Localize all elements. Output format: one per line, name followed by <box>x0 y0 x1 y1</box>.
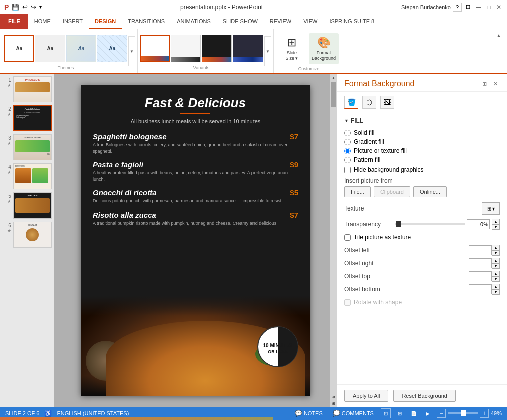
tab-file[interactable]: FILE <box>0 14 28 29</box>
tab-review[interactable]: REVIEW <box>264 14 297 29</box>
radio-gradient-fill[interactable]: Gradient fill <box>344 138 500 145</box>
tab-home[interactable]: HOME <box>28 14 57 29</box>
radio-picture-fill[interactable]: Picture or texture fill <box>344 147 500 154</box>
offset-right-down[interactable]: ▼ <box>492 263 500 269</box>
hide-bg-graphics-item[interactable]: Hide background graphics <box>344 166 500 173</box>
slide-thumb-6[interactable]: CONTACT <box>13 222 52 248</box>
save-icon[interactable]: 💾 <box>12 4 19 11</box>
variant-item-4[interactable] <box>233 35 263 62</box>
offset-bottom-down[interactable]: ▼ <box>492 289 500 295</box>
normal-view-btn[interactable]: ⊡ <box>381 408 391 418</box>
zoom-slider-thumb[interactable] <box>461 410 466 416</box>
close-btn[interactable]: ✕ <box>495 3 503 11</box>
slide-item-5[interactable]: 5 ★ SPECIALS <box>2 192 52 219</box>
hide-bg-checkbox[interactable] <box>344 167 351 173</box>
tile-picture-checkbox[interactable] <box>344 234 351 241</box>
apply-to-all-btn[interactable]: Apply to All <box>344 390 388 402</box>
zoom-slider[interactable] <box>448 412 478 414</box>
accessibility-icon[interactable]: ♿ <box>44 410 52 417</box>
offset-bottom-input[interactable]: 0% <box>469 284 492 294</box>
reading-view-btn[interactable]: 📄 <box>409 408 419 418</box>
vertical-scrollbar[interactable]: ▲ ▼ <box>330 74 337 407</box>
variant-item-1[interactable] <box>140 35 170 62</box>
offset-bottom-up[interactable]: ▲ <box>492 284 500 289</box>
offset-left-down[interactable]: ▼ <box>492 250 500 256</box>
collapse-ribbon-btn[interactable]: ▲ <box>495 31 503 39</box>
format-background-btn[interactable]: 🎨 FormatBackground <box>309 33 339 64</box>
radio-solid-fill-input[interactable] <box>344 130 351 136</box>
tab-view[interactable]: VIEW <box>297 14 323 29</box>
transparency-up-arrow[interactable]: ▲ <box>492 219 500 224</box>
zoom-out-btn[interactable]: − <box>437 409 446 418</box>
slide-size-btn[interactable]: ⊞ SlideSize ▾ <box>279 33 305 64</box>
slide-item-6[interactable]: 6 ★ CONTACT <box>2 222 52 248</box>
transparency-thumb[interactable] <box>396 221 401 227</box>
slide-item-1[interactable]: 1 ★ PANACEO'S <box>2 76 52 102</box>
online-btn[interactable]: Online... <box>413 186 447 197</box>
tab-slideshow[interactable]: SLIDE SHOW <box>217 14 264 29</box>
slide-thumb-4[interactable]: MENU ITEMS <box>13 163 52 189</box>
transparency-input[interactable] <box>467 219 490 229</box>
theme-item-1[interactable]: Aa <box>4 35 34 62</box>
tab-insert[interactable]: INSERT <box>57 14 89 29</box>
offset-top-input[interactable]: 0% <box>469 271 492 281</box>
slide-thumb-3[interactable]: SUMMER FRESH 125 <box>13 134 52 160</box>
theme-item-4[interactable]: Aa <box>97 35 127 62</box>
zoom-fit-btn[interactable]: ⊕ <box>330 394 337 400</box>
variants-dropdown-btn[interactable]: ▼ <box>264 36 271 66</box>
transparency-down-arrow[interactable]: ▼ <box>492 224 500 230</box>
tab-ispring[interactable]: ISPRING SUITE 8 <box>323 14 380 29</box>
zoom-percent[interactable]: 49% <box>491 410 502 416</box>
presenter-view-btn[interactable]: ▶ <box>423 408 433 418</box>
transparency-slider[interactable] <box>395 223 465 225</box>
fill-section-header[interactable]: ▼ FILL <box>344 117 500 124</box>
format-tab-fill[interactable]: 🪣 <box>344 96 358 109</box>
tab-transitions[interactable]: TRANSITIONS <box>122 14 171 29</box>
offset-left-input[interactable]: 0% <box>469 245 492 255</box>
texture-picker[interactable]: ⊞ ▾ <box>482 202 500 215</box>
scroll-thumb-v[interactable] <box>331 82 336 107</box>
panel-close-btn[interactable]: ✕ <box>491 79 500 88</box>
offset-right-input[interactable]: 0% <box>469 258 492 268</box>
theme-item-3[interactable]: Aa <box>66 35 96 62</box>
notes-btn[interactable]: 💬 NOTES <box>292 409 326 418</box>
slide-item-3[interactable]: 3 ★ SUMMER FRESH 125 <box>2 134 52 160</box>
slide-item-4[interactable]: 4 ★ MENU ITEMS <box>2 163 52 189</box>
format-tab-image[interactable]: 🖼 <box>380 96 394 109</box>
scroll-up-arrow[interactable]: ▲ <box>330 74 337 81</box>
offset-right-up[interactable]: ▲ <box>492 258 500 263</box>
slide-item-2[interactable]: 2 ★ Fast & Delicious All business lunch … <box>2 105 52 131</box>
themes-dropdown-btn[interactable]: ▼ <box>128 36 135 66</box>
tab-design[interactable]: DESIGN <box>89 14 122 29</box>
zoom-in-btn[interactable]: + <box>480 409 489 418</box>
tab-animations[interactable]: ANIMATIONS <box>171 14 217 29</box>
zoom-fit2-btn[interactable]: ⊞ <box>330 400 337 407</box>
minimize-btn[interactable]: ─ <box>475 3 483 11</box>
offset-top-down[interactable]: ▼ <box>492 276 500 282</box>
customize-qat-icon[interactable]: ▾ <box>39 4 42 10</box>
slide-thumb-1[interactable]: PANACEO'S <box>13 76 52 102</box>
offset-top-up[interactable]: ▲ <box>492 271 500 276</box>
comments-btn[interactable]: 💭 COMMENTS <box>330 409 377 418</box>
variant-item-2[interactable] <box>171 35 201 62</box>
format-tab-shape[interactable]: ⬡ <box>362 96 376 109</box>
radio-picture-fill-input[interactable] <box>344 148 351 154</box>
redo-btn[interactable]: ↪ <box>31 3 36 11</box>
radio-gradient-fill-input[interactable] <box>344 139 351 145</box>
undo-btn[interactable]: ↩ <box>22 3 28 11</box>
slide-thumb-2[interactable]: Fast & Delicious All business lunch meal… <box>13 105 52 131</box>
slide-thumb-5[interactable]: SPECIALS <box>13 192 52 219</box>
slide-sorter-btn[interactable]: ⊞ <box>395 408 405 418</box>
restore-btn[interactable]: □ <box>485 3 493 11</box>
panel-pin-btn[interactable]: ⊞ <box>480 79 489 88</box>
tile-picture-item[interactable]: Tile picture as texture <box>344 234 500 241</box>
offset-left-up[interactable]: ▲ <box>492 245 500 250</box>
file-btn[interactable]: File... <box>344 186 371 197</box>
help-btn[interactable]: ? <box>453 3 462 12</box>
reset-background-btn[interactable]: Reset Background <box>393 390 456 402</box>
radio-pattern-fill[interactable]: Pattern fill <box>344 156 500 163</box>
radio-pattern-fill-input[interactable] <box>344 157 351 163</box>
radio-solid-fill[interactable]: Solid fill <box>344 129 500 136</box>
variant-item-3[interactable] <box>202 35 232 62</box>
theme-item-2[interactable]: Aa <box>35 35 65 62</box>
